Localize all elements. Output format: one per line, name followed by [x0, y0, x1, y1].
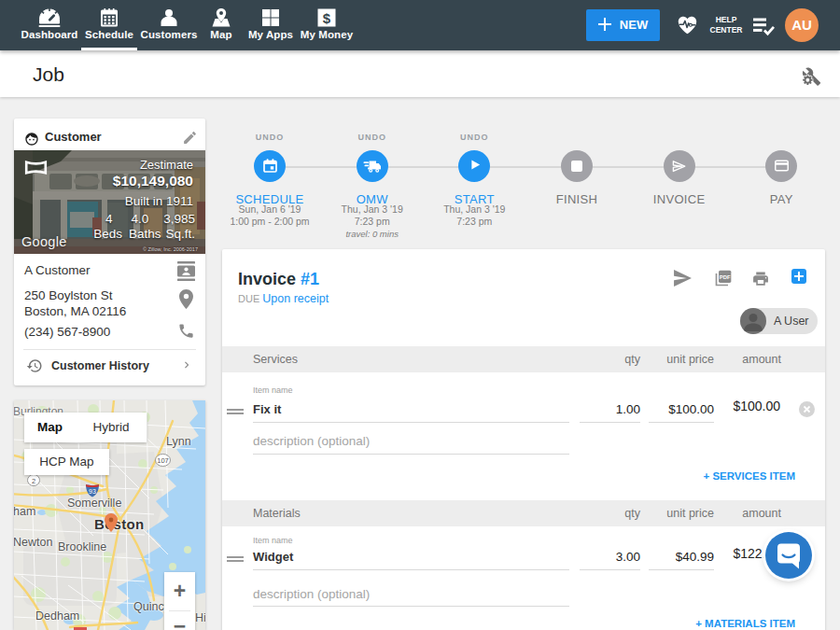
svg-text:PDF: PDF: [720, 274, 731, 280]
svg-text:2: 2: [32, 477, 35, 485]
svg-text:93: 93: [89, 488, 96, 495]
svg-text:107: 107: [157, 456, 169, 465]
svg-text:$: $: [323, 10, 331, 26]
